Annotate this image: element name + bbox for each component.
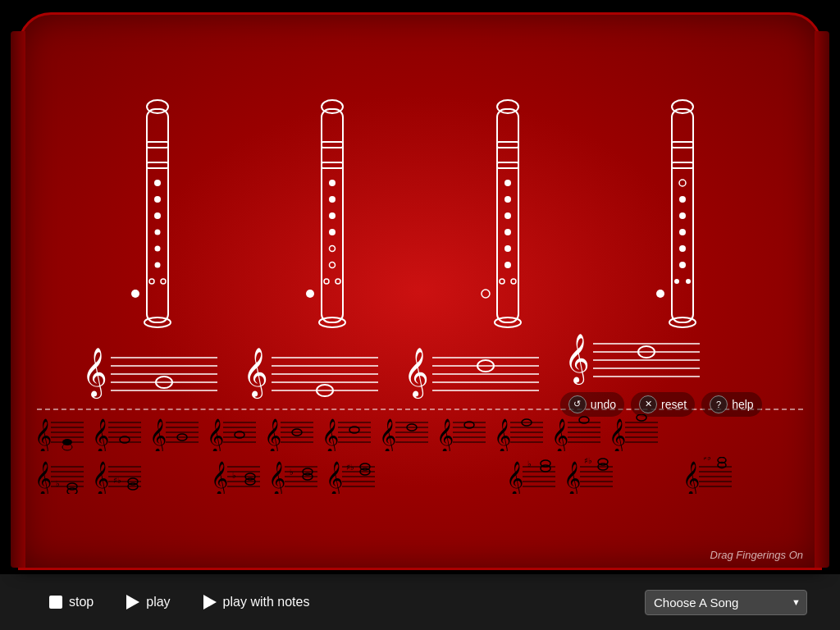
note-item-b[interactable]: 𝄞	[377, 414, 431, 454]
svg-point-47	[679, 196, 686, 203]
svg-text:𝄞: 𝄞	[564, 461, 581, 494]
note-item-fsharp[interactable]: 𝄞 ♭	[209, 457, 262, 497]
svg-point-48	[679, 212, 686, 219]
recorder-1	[129, 97, 186, 335]
note-item-c[interactable]: 𝄞	[33, 414, 86, 454]
note-item-asharp[interactable]: 𝄞 ♯♭	[324, 457, 377, 497]
note-spacer-3	[443, 457, 500, 497]
svg-text:𝄞: 𝄞	[243, 348, 268, 399]
undo-label: undo	[591, 398, 616, 411]
svg-point-33	[504, 196, 511, 203]
play-button[interactable]: play	[110, 588, 186, 616]
reset-button[interactable]: ✕ reset	[631, 392, 695, 417]
svg-text:𝄞: 𝄞	[268, 461, 285, 494]
board: 𝄞 𝄞	[18, 12, 822, 570]
note-item-dsharp[interactable]: 𝄞 ♯♭	[90, 457, 144, 497]
svg-rect-45	[672, 162, 693, 168]
note-item-e2[interactable]: 𝄞	[550, 414, 603, 454]
svg-point-34	[504, 212, 511, 219]
undo-button[interactable]: ↺ undo	[560, 392, 624, 417]
svg-point-161	[637, 414, 646, 421]
stop-button[interactable]: stop	[33, 588, 110, 616]
svg-text:𝄞: 𝄞	[211, 461, 228, 494]
svg-text:𝄞: 𝄞	[207, 418, 224, 451]
svg-rect-2	[147, 142, 168, 148]
recorders-area	[21, 15, 819, 335]
svg-point-170	[67, 488, 77, 494]
note-row-1: 𝄞 𝄞	[33, 414, 807, 454]
bottom-bar: stop play play with notes Choose A SongT…	[0, 574, 840, 630]
svg-point-22	[330, 246, 336, 252]
svg-text:♭: ♭	[290, 468, 294, 477]
svg-point-50	[679, 245, 686, 252]
help-label: help	[732, 398, 753, 411]
undo-icon: ↺	[568, 395, 587, 413]
stop-icon	[49, 596, 62, 609]
main-container: 𝄞 𝄞	[0, 0, 840, 630]
svg-rect-31	[497, 162, 518, 168]
note-item-gsharp[interactable]: 𝄞 ♭	[267, 457, 320, 497]
note-item-f2[interactable]: 𝄞	[607, 414, 660, 454]
note-item-dsharp2[interactable]: 𝄞 ♯♭	[562, 457, 615, 497]
note-item-d[interactable]: 𝄞	[90, 414, 144, 454]
svg-text:𝄞: 𝄞	[322, 418, 339, 451]
staff-2: 𝄞	[239, 341, 382, 403]
svg-text:𝄞: 𝄞	[494, 418, 511, 451]
play-with-notes-button[interactable]: play with notes	[187, 588, 326, 616]
svg-point-8	[154, 246, 160, 252]
play-label: play	[146, 595, 170, 609]
svg-point-49	[679, 229, 686, 235]
stop-label: stop	[69, 595, 94, 609]
svg-point-40	[482, 290, 490, 298]
svg-point-5	[154, 196, 161, 203]
svg-rect-17	[322, 162, 343, 168]
svg-text:𝄞: 𝄞	[682, 461, 700, 494]
note-item-csharp[interactable]: 𝄞 ♭	[33, 457, 86, 497]
svg-text:𝄞: 𝄞	[34, 418, 52, 451]
help-button[interactable]: ? help	[701, 392, 761, 417]
svg-point-54	[656, 290, 664, 298]
note-item-f[interactable]: 𝄞	[205, 414, 258, 454]
staff-3: 𝄞	[399, 341, 543, 403]
note-item-a[interactable]: 𝄞	[320, 414, 373, 454]
svg-text:𝄞: 𝄞	[551, 418, 568, 451]
choose-song-wrapper[interactable]: Choose A SongTwinkle TwinkleMary Had a L…	[645, 590, 807, 615]
svg-text:♭: ♭	[232, 471, 236, 480]
choose-song-select[interactable]: Choose A SongTwinkle TwinkleMary Had a L…	[645, 590, 807, 615]
svg-text:𝄞: 𝄞	[564, 334, 590, 386]
staff-4: 𝄞	[560, 327, 704, 389]
reset-icon: ✕	[639, 395, 657, 413]
svg-text:𝄞: 𝄞	[404, 348, 429, 399]
note-item-e[interactable]: 𝄞	[148, 414, 201, 454]
note-item-csharp2[interactable]: 𝄞 ♭	[504, 457, 558, 497]
note-item-fsharp2[interactable]: 𝄞 ♯♭	[681, 457, 734, 497]
svg-point-37	[504, 262, 511, 268]
svg-text:𝄞: 𝄞	[326, 461, 343, 494]
svg-point-35	[504, 229, 511, 235]
svg-point-53	[686, 279, 691, 284]
svg-text:♯♭: ♯♭	[584, 457, 592, 465]
note-item-d2[interactable]: 𝄞	[492, 414, 546, 454]
recorder-svg-4	[654, 97, 711, 335]
play-with-notes-label: play with notes	[223, 595, 310, 609]
svg-rect-16	[322, 142, 343, 148]
svg-point-32	[504, 180, 511, 186]
svg-text:♭: ♭	[56, 479, 60, 488]
note-spacer-4	[619, 457, 677, 497]
svg-text:𝄞: 𝄞	[609, 418, 626, 451]
recorder-2	[304, 97, 361, 335]
svg-point-29	[497, 100, 518, 113]
svg-text:𝄞: 𝄞	[92, 418, 109, 451]
svg-point-215	[541, 465, 550, 472]
svg-point-19	[329, 196, 336, 203]
recorder-svg-1	[129, 97, 186, 335]
svg-point-46	[679, 180, 686, 186]
svg-point-12	[131, 290, 139, 298]
note-item-g[interactable]: 𝄞	[262, 414, 316, 454]
left-pillar	[11, 31, 25, 568]
note-item-c2[interactable]: 𝄞	[435, 414, 488, 454]
svg-point-1	[147, 100, 168, 113]
svg-point-7	[154, 230, 160, 235]
svg-text:♯♭: ♯♭	[703, 457, 711, 462]
svg-point-43	[672, 100, 693, 113]
